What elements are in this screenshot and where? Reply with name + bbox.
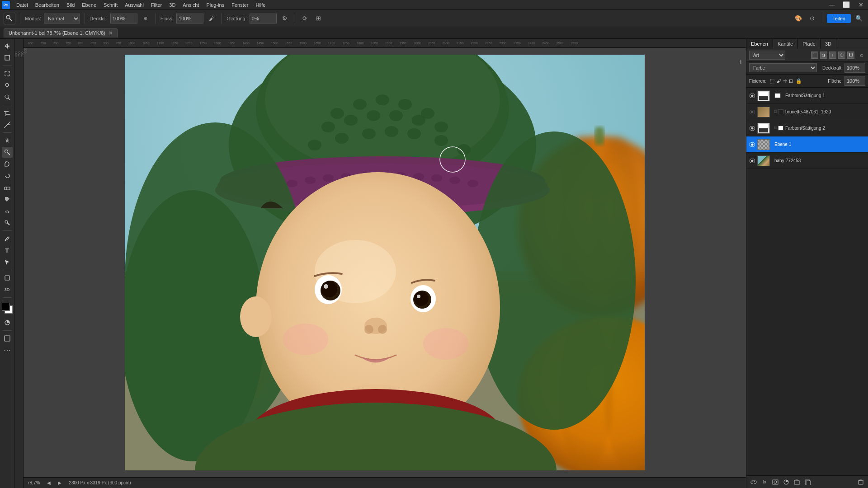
layer-item-farbton1[interactable]: Farbton/Sättigung 1 [746, 88, 868, 104]
deckkraft-input[interactable] [110, 14, 137, 23]
filter-toggle[interactable]: ○ [858, 52, 865, 59]
lock-all-icon[interactable]: 🔒 [796, 78, 802, 84]
symmetry-icon[interactable]: ⊞ [313, 13, 324, 24]
svg-point-90 [423, 328, 468, 360]
path-selection-tool[interactable] [2, 257, 13, 267]
lock-transparent-icon[interactable]: ⬚ [770, 78, 774, 84]
menu-plugins[interactable]: Plug-ins [203, 2, 228, 8]
lock-position-icon[interactable]: ✛ [783, 78, 787, 84]
menu-datei[interactable]: Datei [13, 2, 32, 8]
fill-label: Fläche: [828, 79, 843, 84]
brush-tool[interactable] [2, 147, 13, 158]
move-tool[interactable] [2, 41, 13, 52]
link-layers-btn[interactable] [749, 478, 758, 487]
layers-empty-space[interactable] [746, 169, 868, 475]
healing-tool[interactable] [2, 135, 13, 146]
menu-hilfe[interactable]: Hilfe [252, 2, 269, 8]
tab-ebenen[interactable]: Ebenen [746, 39, 773, 49]
flow-input[interactable] [176, 14, 203, 23]
extra-btn[interactable]: ⋯ [2, 345, 13, 356]
search-icon[interactable]: 🔍 [854, 13, 864, 24]
lasso-tool[interactable] [2, 80, 13, 91]
foreground-color-swatch[interactable] [2, 303, 10, 311]
shape-tool[interactable] [2, 272, 13, 283]
filter-adjustment-icon[interactable]: ◑ [820, 52, 827, 59]
layer-visibility-baby[interactable] [749, 158, 755, 164]
layer-visibility-farbton1[interactable] [749, 93, 755, 99]
menu-bearbeiten[interactable]: Bearbeiten [32, 2, 63, 8]
paint-bucket-tool[interactable] [2, 194, 13, 205]
3d-tool[interactable]: 3D [2, 284, 13, 295]
canvas[interactable] [125, 55, 645, 470]
new-group-btn[interactable] [793, 478, 802, 487]
add-adjustment-btn[interactable] [782, 478, 791, 487]
filter-pixel-icon[interactable]: ⬛ [811, 52, 818, 59]
smoothing-settings-icon[interactable]: ⚙ [279, 13, 290, 24]
pressure-opacity-icon[interactable]: ⊕ [140, 13, 151, 24]
document-tab[interactable]: Unbenannt-1 bei 78,7% (Ebene 1, CMYK/8) … [4, 28, 118, 38]
text-tool[interactable]: T [2, 245, 13, 256]
menu-filter[interactable]: Filter [147, 2, 165, 8]
opacity-input[interactable] [844, 63, 865, 73]
menu-fenster[interactable]: Fenster [228, 2, 252, 8]
fx-btn[interactable]: fx [760, 478, 769, 487]
layer-item-ebene1[interactable]: Ebene 1 [746, 136, 868, 153]
layer-item-farbton2[interactable]: ⛓ Farbton/Sättigung 2 [746, 120, 868, 136]
menu-auswahl[interactable]: Auswahl [121, 2, 147, 8]
menu-3d[interactable]: 3D [165, 2, 179, 8]
layer-type-filter[interactable]: Art [749, 51, 785, 60]
svg-rect-22 [5, 276, 9, 280]
menu-schrift[interactable]: Schrift [100, 2, 121, 8]
menu-ebene[interactable]: Ebene [78, 2, 100, 8]
canvas-area[interactable]: 650 700 750 800 600 650 700 750 800 850 … [14, 39, 746, 488]
tab-kanaele[interactable]: Kanäle [773, 39, 798, 49]
eraser-tool[interactable] [2, 182, 13, 193]
filter-shape-icon[interactable]: ⬡ [838, 52, 845, 59]
filter-smartobj-icon[interactable]: 🎞 [847, 52, 854, 59]
slice-tool[interactable] [2, 119, 13, 130]
add-mask-btn[interactable] [771, 478, 780, 487]
tab-3d[interactable]: 3D [821, 39, 836, 49]
layer-item-baby[interactable]: baby-772453 [746, 153, 868, 169]
layer-visibility-ebene1[interactable] [749, 141, 755, 148]
toolbar-sep-4 [3, 230, 12, 231]
crop-tool[interactable] [2, 108, 13, 118]
layer-visibility-farbton2[interactable] [749, 125, 755, 131]
blend-mode-select[interactable]: Normal [44, 14, 80, 23]
lock-brush-icon[interactable]: 🖌 [776, 78, 781, 84]
quick-mask-btn[interactable] [2, 317, 13, 328]
restore-button[interactable]: ⬜ [841, 0, 852, 10]
pen-tool[interactable] [2, 233, 13, 244]
smoothing-input[interactable] [250, 14, 277, 23]
minimize-button[interactable]: — [826, 0, 837, 10]
layer-visibility-brunette[interactable] [749, 109, 755, 115]
blur-tool[interactable] [2, 206, 13, 216]
screen-mode-btn[interactable] [2, 333, 13, 344]
info-icon[interactable]: ℹ [740, 59, 745, 66]
filter-text-icon[interactable]: T [829, 52, 836, 59]
lock-artboard-icon[interactable]: ⊞ [789, 78, 793, 84]
quick-select-tool[interactable] [2, 92, 13, 103]
menu-bild[interactable]: Bild [63, 2, 78, 8]
close-button[interactable]: ✕ [855, 0, 866, 10]
tab-pfade[interactable]: Pfade [798, 39, 821, 49]
airbrush-icon[interactable]: 🖌 [206, 13, 217, 24]
history-brush-tool[interactable] [2, 170, 13, 181]
clone-stamp-tool[interactable] [2, 159, 13, 169]
delete-layer-btn[interactable] [856, 478, 865, 487]
artboard-tool[interactable] [2, 52, 13, 63]
angle-icon[interactable]: ⟳ [300, 13, 311, 24]
brush-settings-icon[interactable]: 🎨 [793, 13, 804, 24]
dodge-tool[interactable] [2, 217, 13, 228]
status-arrow-left[interactable]: ◀ [47, 480, 51, 485]
layer-item-brunette[interactable]: ⛓ brunette-487061_1920 [746, 104, 868, 120]
menu-ansicht[interactable]: Ansicht [179, 2, 203, 8]
color-swatches[interactable] [1, 302, 14, 314]
fill-input[interactable] [844, 76, 865, 86]
extra-settings-icon[interactable]: ⊙ [807, 13, 817, 24]
layer-blend-mode[interactable]: Farbe [749, 63, 817, 72]
status-arrow-right[interactable]: ▶ [58, 480, 61, 485]
marquee-tool[interactable] [2, 68, 13, 79]
share-button[interactable]: Teilen [827, 14, 851, 23]
new-layer-btn[interactable] [803, 478, 812, 487]
